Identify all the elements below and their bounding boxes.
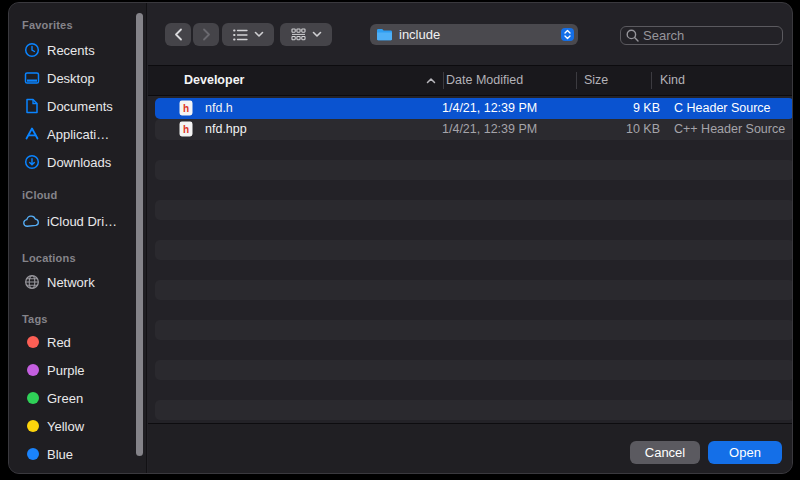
folder-dropdown-value: include xyxy=(399,27,440,42)
chevron-down-icon xyxy=(254,31,264,38)
download-icon xyxy=(23,154,40,171)
column-header-date[interactable]: Date Modified xyxy=(446,73,523,87)
cancel-button[interactable]: Cancel xyxy=(630,441,700,464)
svg-text:h: h xyxy=(183,103,189,114)
empty-row-stripe xyxy=(155,360,793,380)
globe-icon xyxy=(23,274,40,291)
sidebar: Favorites Recents Desktop Documents Appl… xyxy=(9,3,147,473)
column-divider[interactable] xyxy=(576,72,577,89)
file-row-nfd-hpp[interactable]: h nfd.hpp 1/4/21, 12:39 PM 10 KB C++ Hea… xyxy=(155,119,793,140)
empty-row-stripe xyxy=(155,160,793,180)
group-view-button[interactable] xyxy=(280,23,332,46)
section-tags: Tags xyxy=(22,313,48,325)
list-view-icon xyxy=(233,29,248,41)
section-locations: Locations xyxy=(22,252,76,264)
sidebar-item-tag-red[interactable]: Red xyxy=(17,331,134,353)
empty-row-stripe xyxy=(155,280,793,300)
svg-text:h: h xyxy=(183,124,189,135)
column-header-size[interactable]: Size xyxy=(584,73,608,87)
list-view-button[interactable] xyxy=(222,23,274,46)
column-divider[interactable] xyxy=(443,72,444,89)
document-icon xyxy=(23,98,40,115)
clock-icon xyxy=(23,42,40,59)
column-divider[interactable] xyxy=(651,72,652,89)
desktop-icon xyxy=(23,70,40,87)
sidebar-item-applications[interactable]: Applicati… xyxy=(17,123,134,145)
folder-icon xyxy=(376,28,393,41)
sort-ascending-icon xyxy=(426,77,436,84)
file-row-nfd-h[interactable]: h nfd.h 1/4/21, 12:39 PM 9 KB C Header S… xyxy=(155,98,793,119)
section-icloud: iCloud xyxy=(22,189,57,201)
tag-green-icon xyxy=(23,390,40,407)
sidebar-item-recents[interactable]: Recents xyxy=(17,39,134,61)
dialog-footer: Cancel Open xyxy=(148,423,792,473)
empty-row-stripe xyxy=(155,320,793,340)
sidebar-item-icloud-drive[interactable]: iCloud Dri… xyxy=(17,210,134,232)
browser-pane: include Developer Date Modified Size Kin… xyxy=(148,3,792,473)
sidebar-item-tag-green[interactable]: Green xyxy=(17,387,134,409)
sidebar-item-downloads[interactable]: Downloads xyxy=(17,151,134,173)
chevron-down-icon xyxy=(312,31,322,38)
sidebar-item-documents[interactable]: Documents xyxy=(17,95,134,117)
list-header: Developer Date Modified Size Kind xyxy=(148,65,792,96)
search-icon xyxy=(626,29,639,42)
sidebar-item-tag-purple[interactable]: Purple xyxy=(17,359,134,381)
group-view-icon xyxy=(291,28,306,41)
cloud-icon xyxy=(23,213,40,230)
open-button[interactable]: Open xyxy=(708,441,782,464)
column-header-kind[interactable]: Kind xyxy=(660,73,685,87)
search-field[interactable] xyxy=(620,26,783,45)
empty-row-stripe xyxy=(155,200,793,220)
chevron-left-icon xyxy=(174,28,183,41)
all-tags-icon xyxy=(23,473,40,475)
file-open-dialog: Favorites Recents Desktop Documents Appl… xyxy=(8,2,793,474)
forward-button[interactable] xyxy=(193,23,219,46)
back-button[interactable] xyxy=(165,23,191,46)
header-file-icon: h xyxy=(179,121,193,137)
appstore-icon xyxy=(23,126,40,143)
chevron-right-icon xyxy=(202,28,211,41)
tag-blue-icon xyxy=(23,446,40,463)
sidebar-item-tag-yellow[interactable]: Yellow xyxy=(17,415,134,437)
search-input[interactable] xyxy=(643,28,763,43)
tag-red-icon xyxy=(23,334,40,351)
tag-purple-icon xyxy=(23,362,40,379)
sidebar-item-desktop[interactable]: Desktop xyxy=(17,67,134,89)
section-favorites: Favorites xyxy=(22,19,73,31)
empty-row-stripe xyxy=(155,400,793,420)
folder-dropdown[interactable]: include xyxy=(370,24,578,45)
header-file-icon: h xyxy=(179,100,193,116)
dropdown-stepper-icon xyxy=(561,28,574,41)
column-header-name[interactable]: Developer xyxy=(184,73,244,87)
sidebar-item-network[interactable]: Network xyxy=(17,271,134,293)
tag-yellow-icon xyxy=(23,418,40,435)
empty-row-stripe xyxy=(155,240,793,260)
sidebar-item-all-tags[interactable]: All Tags xyxy=(17,470,134,474)
sidebar-scrollbar[interactable] xyxy=(136,13,143,456)
sidebar-item-tag-blue[interactable]: Blue xyxy=(17,443,134,465)
